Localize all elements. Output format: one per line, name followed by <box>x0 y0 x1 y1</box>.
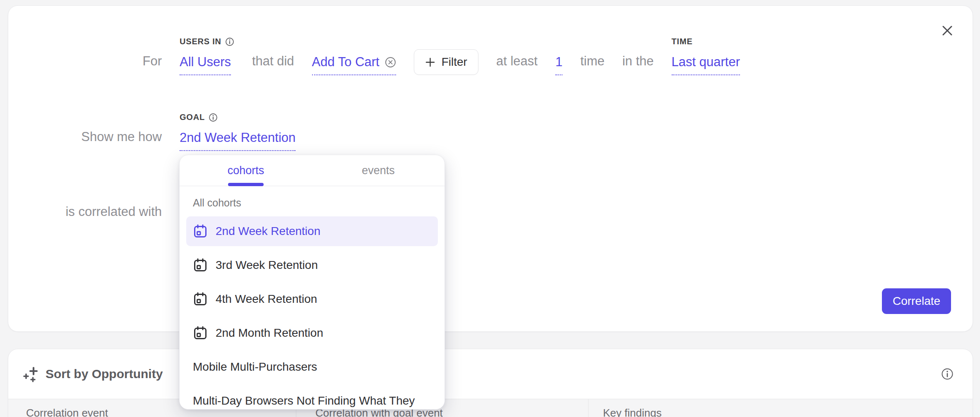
list-item-label: 3rd Week Retention <box>216 259 318 272</box>
add-filter-button-label: Filter <box>442 55 467 69</box>
query-builder-card: For USERS IN All Users that did Add To C… <box>8 5 973 332</box>
goal-label-text: GOAL <box>180 113 205 122</box>
count-field: 1 <box>555 55 562 75</box>
for-word: For <box>8 54 162 75</box>
users-selector-value: All Users <box>180 55 231 70</box>
list-item[interactable]: 4th Week Retention <box>186 284 438 314</box>
list-item[interactable]: Multi-Day Browsers Not Finding What They <box>186 386 438 410</box>
cohort-dropdown: cohorts events All cohorts 2nd Week Rete… <box>179 155 445 410</box>
list-item-label: 2nd Month Retention <box>216 326 323 340</box>
users-in-label-text: USERS IN <box>180 37 221 46</box>
show-me-how-word: Show me how <box>8 129 162 151</box>
list-item[interactable]: 2nd Week Retention <box>186 216 438 246</box>
time-label-text: TIME <box>672 37 693 46</box>
goal-selector-value: 2nd Week Retention <box>180 130 295 145</box>
time-range-selector[interactable]: Last quarter <box>672 55 740 75</box>
info-icon[interactable] <box>209 113 218 122</box>
users-selector[interactable]: All Users <box>180 55 231 75</box>
close-icon[interactable] <box>941 24 954 37</box>
calendar-icon <box>193 224 208 239</box>
in-the-word: in the <box>622 54 654 75</box>
plus-icon <box>425 57 435 67</box>
dropdown-section-label: All cohorts <box>193 197 438 209</box>
sparkle-plus-icon[interactable] <box>22 364 41 383</box>
sort-by-opportunity-button[interactable]: Sort by Opportunity <box>46 367 163 381</box>
tab-cohorts-label: cohorts <box>228 164 264 177</box>
time-range-field: TIME Last quarter <box>672 37 740 75</box>
list-item-label: 2nd Week Retention <box>216 225 320 238</box>
list-item-label: 4th Week Retention <box>216 292 317 306</box>
tab-events[interactable]: events <box>312 155 444 186</box>
sort-row: Sort by Opportunity <box>8 349 973 399</box>
correlate-button[interactable]: Correlate <box>882 288 951 314</box>
goal-label: GOAL <box>180 113 218 122</box>
goal-selector[interactable]: 2nd Week Retention <box>180 130 295 151</box>
query-row-correlated: is correlated with <box>8 204 162 226</box>
column-header-key-findings: Key findings <box>588 399 973 417</box>
users-in-field: USERS IN All Users <box>180 37 234 75</box>
calendar-icon <box>193 292 208 307</box>
that-did-word: that did <box>252 54 294 75</box>
goal-field: GOAL 2nd Week Retention <box>180 113 295 151</box>
event-selector[interactable]: Add To Cart <box>312 55 396 75</box>
event-field: Add To Cart <box>312 55 396 75</box>
event-selector-value: Add To Cart <box>312 55 380 70</box>
remove-event-icon[interactable] <box>385 57 396 68</box>
list-item[interactable]: 2nd Month Retention <box>186 318 438 348</box>
count-selector-value: 1 <box>555 55 562 70</box>
add-filter-button[interactable]: Filter <box>414 49 478 75</box>
time-label: TIME <box>672 37 693 46</box>
dropdown-list: All cohorts 2nd Week Retention 3rd Week … <box>180 197 444 410</box>
is-correlated-with-word: is correlated with <box>8 204 162 226</box>
time-range-selector-value: Last quarter <box>672 55 740 70</box>
tab-events-label: events <box>362 164 395 177</box>
calendar-icon <box>193 326 208 340</box>
info-icon[interactable] <box>225 37 234 46</box>
query-row-goal: Show me how GOAL 2nd Week Retention <box>8 113 295 151</box>
list-item-label: Mobile Multi-Purchasers <box>193 360 317 374</box>
list-item[interactable]: Mobile Multi-Purchasers <box>186 352 438 382</box>
tab-cohorts[interactable]: cohorts <box>180 155 312 186</box>
results-table-header: Correlation event Correlation with goal … <box>8 399 973 417</box>
list-item[interactable]: 3rd Week Retention <box>186 250 438 280</box>
results-panel-card: Sort by Opportunity Correlation event Co… <box>8 349 973 417</box>
count-selector[interactable]: 1 <box>555 55 562 75</box>
users-in-label: USERS IN <box>180 37 234 46</box>
dropdown-tabs: cohorts events <box>180 155 444 186</box>
calendar-icon <box>193 258 208 273</box>
info-icon[interactable] <box>941 368 954 380</box>
list-item-label: Multi-Day Browsers Not Finding What They <box>193 394 415 407</box>
at-least-word: at least <box>496 54 538 75</box>
query-row-users: For USERS IN All Users that did Add To C… <box>8 37 740 75</box>
time-word: time <box>580 54 605 75</box>
active-tab-indicator <box>228 183 264 186</box>
